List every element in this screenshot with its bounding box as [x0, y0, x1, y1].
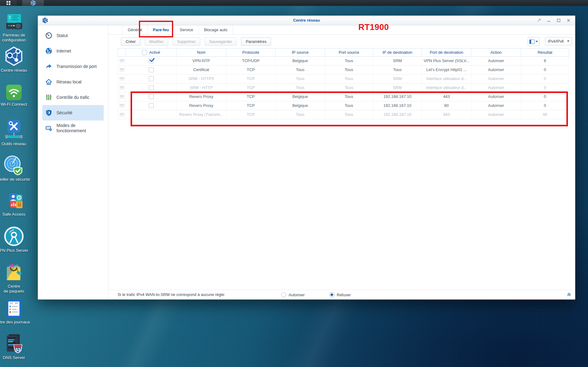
column-header-protocole[interactable]: Protocole: [226, 48, 276, 57]
sidebar-item-label: Contrôle du trafic: [56, 95, 90, 100]
column-header-port-source[interactable]: Port source: [325, 48, 373, 57]
cell-active[interactable]: [126, 65, 177, 74]
tab-general[interactable]: Général: [122, 25, 147, 34]
drag-handle-icon: [119, 86, 124, 89]
table-row[interactable]: SRM - HTTP TCP Tous Tous SRM Interface u…: [118, 83, 569, 92]
desktop-icon-outils-reseau[interactable]: Outils réseau: [0, 120, 33, 146]
column-header-ip-destination[interactable]: IP de destination: [373, 48, 422, 57]
rule-checkbox[interactable]: [149, 58, 154, 63]
cell-drag[interactable]: [118, 101, 126, 110]
desktop-icon-centre-reseau[interactable]: Centre réseau: [0, 46, 33, 73]
cell-active[interactable]: [126, 74, 177, 83]
table-row[interactable]: Revers Proxy TCP Belgique Tous 192.168.1…: [118, 101, 569, 110]
column-header-resultat[interactable]: Résultat: [521, 48, 569, 57]
cell-port-destination: 443: [422, 92, 471, 101]
column-header-action[interactable]: Action: [471, 48, 521, 57]
rule-checkbox[interactable]: [149, 76, 154, 81]
cell-drag[interactable]: [118, 65, 126, 74]
table-row[interactable]: Revers Proxy (Transmi... TCP Tous Tous 1…: [118, 110, 569, 119]
tab-service[interactable]: Service: [174, 25, 198, 34]
column-header-ip-source[interactable]: IP source: [276, 48, 325, 57]
cell-active[interactable]: [126, 57, 177, 65]
taskbar-active-app-centre-reseau[interactable]: [22, 0, 44, 6]
cell-port-source: Tous: [325, 57, 373, 65]
cell-active[interactable]: [126, 101, 177, 110]
rule-checkbox[interactable]: [149, 94, 154, 99]
network-tools-icon: [5, 120, 23, 140]
column-header-port-destination[interactable]: Port de destination: [422, 48, 471, 57]
cell-drag[interactable]: [118, 74, 126, 83]
tab-blocage-auto[interactable]: Blocage auto: [198, 25, 233, 34]
cell-active[interactable]: [126, 83, 177, 92]
sidebar-item-internet[interactable]: Internet: [42, 43, 104, 59]
sliders-icon: [45, 94, 52, 101]
maximize-icon[interactable]: [556, 18, 561, 23]
sidebar-item-reseau-local[interactable]: Réseau local: [42, 74, 104, 90]
radio-autoriser[interactable]: Autoriser: [281, 290, 305, 299]
drag-handle-icon: [119, 113, 124, 116]
desktop-icon-safe-access[interactable]: Safe Access: [0, 193, 33, 217]
sidebar-item-securite[interactable]: Sécurité: [42, 105, 104, 120]
desktop-icon-centre-de-paquets[interactable]: Centre de paquets: [0, 263, 33, 294]
modifier-button[interactable]: Modifier: [145, 37, 168, 46]
select-all-checkbox[interactable]: [142, 50, 147, 55]
rule-checkbox[interactable]: [149, 85, 154, 90]
sidebar-item-controle-du-trafic[interactable]: Contrôle du trafic: [42, 90, 104, 105]
desktop-icon-label: configuration: [2, 38, 26, 43]
table-row[interactable]: VPN-NTP TCP/UDP Belgique Tous SRM VPN Pl…: [118, 57, 569, 65]
desktop-icon-centre-des-journaux[interactable]: ntre des journaux: [0, 299, 33, 325]
ip-version-select[interactable]: IPv4/IPv6: [545, 37, 572, 45]
cell-action: Autoriser: [471, 101, 521, 110]
sauvegarder-button[interactable]: Sauvegarder: [205, 37, 237, 46]
show-applications-button[interactable]: [0, 0, 17, 6]
cell-drag[interactable]: [118, 110, 126, 119]
close-icon[interactable]: [566, 18, 571, 23]
radio-refuser[interactable]: Refuser: [329, 290, 351, 299]
column-header-active[interactable]: Activé: [126, 48, 177, 57]
package-center-icon: [4, 263, 23, 282]
drag-handle-icon: [119, 59, 124, 62]
desktop-icon-wifi-connect[interactable]: Wi-Fi Connect: [0, 85, 33, 107]
column-header-nom[interactable]: Nom: [177, 48, 226, 57]
table-row[interactable]: Certificat TCP Tous Tous Tous Let's Encr…: [118, 65, 569, 74]
parametres-button[interactable]: Paramètres: [241, 37, 271, 46]
toolbar: Créer Modifier Supprimer Sauvegarder Par…: [108, 35, 575, 48]
cell-ip-destination: 192.168.167.10: [373, 110, 422, 119]
cell-drag[interactable]: [118, 83, 126, 92]
supprimer-button[interactable]: Supprimer: [173, 37, 200, 46]
cell-resultat: 6: [521, 57, 569, 65]
table-header: Activé Nom Protocole IP source Port sour…: [118, 48, 569, 57]
titlebar[interactable]: Centre réseau: [38, 16, 575, 25]
cell-ip-source: Belgique: [276, 57, 325, 65]
desktop-icon-panneau-de-configuration[interactable]: Panneau de configuration: [0, 14, 33, 43]
rule-checkbox[interactable]: [149, 67, 154, 72]
cell-action: Autoriser: [471, 83, 521, 92]
sidebar-item-transmission-de-port[interactable]: Transmission de port: [42, 59, 104, 74]
svg-text:53: 53: [15, 347, 20, 352]
desktop-icon-label: Wi-Fi Connect: [1, 102, 27, 107]
rule-checkbox[interactable]: [149, 103, 154, 108]
tab-pare-feu[interactable]: Pare-feu: [147, 25, 174, 34]
cell-drag[interactable]: [118, 92, 126, 101]
desktop-icon-vpn-plus-server[interactable]: PN Plus Server: [0, 226, 33, 253]
operation-modes-icon: [45, 125, 52, 132]
cell-resultat: 0: [521, 74, 569, 83]
sidebar-item-modes-de-fonctionnement[interactable]: Modes defonctionnement: [42, 120, 104, 136]
sidebar-item-label: Sécurité: [56, 110, 72, 116]
desktop-icon-dns-server[interactable]: 53 DNS Server: [0, 334, 33, 360]
column-settings-button[interactable]: [528, 37, 540, 46]
minimize-icon[interactable]: [546, 18, 552, 23]
desktop-icon-conseiller-de-securite[interactable]: seiller de sécurité: [0, 155, 33, 182]
cell-ip-source: Tous: [276, 65, 325, 74]
cell-active[interactable]: [126, 110, 177, 119]
creer-button[interactable]: Créer: [121, 37, 140, 46]
sidebar-item-statut[interactable]: Statut: [42, 28, 104, 43]
pin-icon[interactable]: [536, 18, 542, 23]
table-row[interactable]: Revers Proxy TCP Belgique Tous 192.168.1…: [118, 92, 569, 101]
cell-port-destination: Let's Encrypt Http01 ...: [422, 65, 471, 74]
collapse-chevrons-icon[interactable]: [567, 292, 571, 298]
table-row[interactable]: SRM - HTTPS TCP Tous Tous SRM Interface …: [118, 74, 569, 83]
cell-drag[interactable]: [118, 57, 126, 65]
cell-resultat: 0: [521, 101, 569, 110]
cell-active[interactable]: [126, 92, 177, 101]
